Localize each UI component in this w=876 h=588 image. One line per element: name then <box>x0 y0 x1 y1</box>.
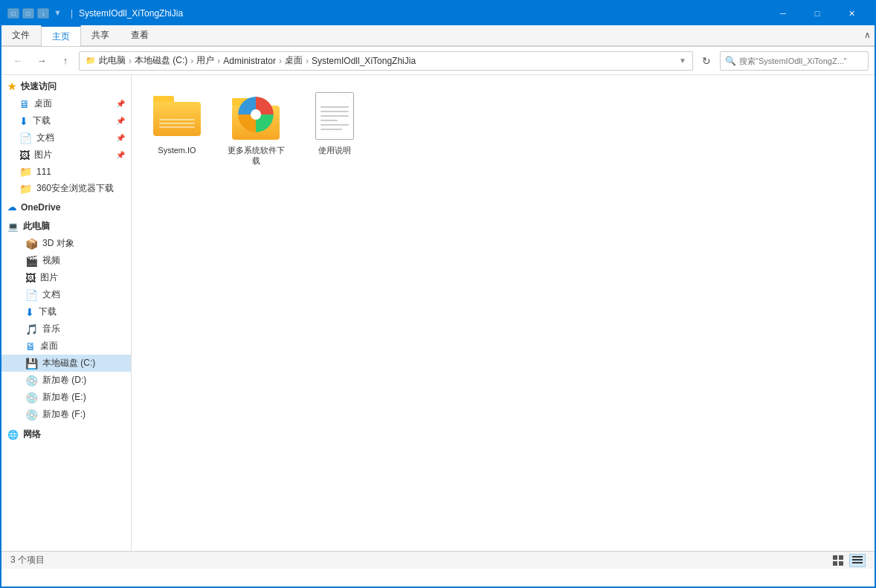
window-title: SystemIOdll_XiTongZhiJia <box>79 8 766 19</box>
breadcrumb-desktop[interactable]: 桌面 <box>285 54 303 67</box>
music-icon: 🎵 <box>25 323 38 335</box>
svg-rect-7 <box>852 562 863 563</box>
desktop-pc-icon: 🖥 <box>25 340 36 352</box>
pin-icon-2: 📌 <box>116 117 125 125</box>
forward-button[interactable]: → <box>31 51 52 71</box>
pictures-pc-icon: 🖼 <box>25 272 36 284</box>
systemio-label: System.IO <box>158 145 196 155</box>
sidebar-item-music[interactable]: 🎵 音乐 <box>1 320 131 337</box>
quick-access-header[interactable]: ★ 快速访问 <box>1 78 131 95</box>
sidebar-item-downloads[interactable]: ⬇ 下载 📌 <box>1 112 131 129</box>
folder-icon-small: 📁 <box>86 56 96 65</box>
breadcrumb-administrator[interactable]: Administrator <box>223 56 276 66</box>
grid-view-icon <box>833 555 843 566</box>
sidebar-item-video[interactable]: 🎬 视频 <box>1 252 131 269</box>
quick-access-section: ★ 快速访问 🖥 桌面 📌 ⬇ 下载 📌 📄 文档 📌 🖼 图片 � <box>1 78 131 197</box>
documents-pc-icon: 📄 <box>25 289 38 301</box>
view-grid-btn[interactable] <box>830 554 846 567</box>
file-item-systemio[interactable]: System.IO <box>144 87 210 169</box>
star-icon: ★ <box>7 81 16 92</box>
svg-rect-3 <box>833 561 837 566</box>
refresh-button[interactable]: ↻ <box>696 51 717 71</box>
manual-icon-area <box>309 90 361 142</box>
downloads-icon: ⬇ <box>19 115 28 127</box>
titlebar-separator: | <box>71 8 73 19</box>
documents-icon: 📄 <box>19 132 32 144</box>
d-drive-icon: 💿 <box>25 375 38 387</box>
main-layout: ★ 快速访问 🖥 桌面 📌 ⬇ 下载 📌 📄 文档 📌 🖼 图片 � <box>1 75 875 551</box>
c-drive-icon: 💾 <box>25 358 38 369</box>
view-list-btn[interactable] <box>849 554 866 567</box>
sidebar-item-f-drive[interactable]: 💿 新加卷 (F:) <box>1 406 131 423</box>
sidebar-item-111[interactable]: 📁 111 <box>1 164 131 180</box>
folder-icon-systemio <box>153 96 201 136</box>
e-drive-icon: 💿 <box>25 392 38 404</box>
file-item-manual[interactable]: 使用说明 <box>301 87 368 169</box>
text-file-icon <box>315 92 354 140</box>
sidebar-item-e-drive[interactable]: 💿 新加卷 (E:) <box>1 389 131 406</box>
back-button[interactable]: ← <box>7 51 28 71</box>
view-buttons <box>830 554 866 567</box>
tab-home[interactable]: 主页 <box>41 25 81 46</box>
sidebar-item-documents-label: 文档 <box>36 132 54 144</box>
sidebar-item-downloads-pc[interactable]: ⬇ 下载 <box>1 303 131 320</box>
address-bar[interactable]: 📁 此电脑 › 本地磁盘 (C:) › 用户 › Administrator ›… <box>79 51 693 71</box>
sidebar-item-documents[interactable]: 📄 文档 📌 <box>1 129 131 146</box>
tab-share[interactable]: 共享 <box>81 25 120 45</box>
sidebar-item-pictures[interactable]: 🖼 图片 📌 <box>1 146 131 164</box>
quick-access-toolbar-undo[interactable]: ↓ <box>37 8 49 19</box>
up-button[interactable]: ↑ <box>55 51 76 71</box>
sidebar-item-pictures-label: 图片 <box>34 149 52 161</box>
sidebar-item-360-label: 360安全浏览器下载 <box>36 182 114 195</box>
quick-access-toolbar-save[interactable]: □ <box>22 8 34 19</box>
close-button[interactable]: ✕ <box>834 1 869 25</box>
sidebar-item-pictures-pc[interactable]: 🖼 图片 <box>1 269 131 286</box>
sidebar-item-desktop[interactable]: 🖥 桌面 📌 <box>1 95 131 112</box>
minimize-button[interactable]: ─ <box>766 1 800 25</box>
tab-file[interactable]: 文件 <box>1 25 41 45</box>
svg-point-0 <box>251 109 261 120</box>
more-software-label: 更多系统软件下载 <box>228 145 285 167</box>
sidebar-item-desktop-pc[interactable]: 🖥 桌面 <box>1 337 131 355</box>
ribbon: 文件 主页 共享 查看 ∧ <box>1 25 875 47</box>
spinner-wheel <box>238 97 274 132</box>
file-content: System.IO <box>132 75 875 551</box>
quick-access-toolbar-new[interactable]: □ <box>7 8 19 19</box>
sidebar-item-c-drive[interactable]: 💾 本地磁盘 (C:) <box>1 355 131 372</box>
sidebar-item-f-drive-label: 新加卷 (F:) <box>42 408 86 421</box>
search-input[interactable] <box>739 56 851 65</box>
sidebar-item-d-drive[interactable]: 💿 新加卷 (D:) <box>1 372 131 389</box>
f-drive-icon: 💿 <box>25 409 38 421</box>
quick-access-label: 快速访问 <box>21 80 57 93</box>
network-header[interactable]: 🌐 网络 <box>1 426 131 443</box>
onedrive-header[interactable]: ☁ OneDrive <box>1 200 131 215</box>
more-software-icon-area <box>230 90 282 142</box>
ribbon-tabs: 文件 主页 共享 查看 ∧ <box>1 25 875 46</box>
ribbon-expand-btn[interactable]: ∧ <box>860 25 875 45</box>
downloads-pc-icon: ⬇ <box>25 306 34 318</box>
search-icon: 🔍 <box>725 56 736 66</box>
thispc-header[interactable]: 💻 此电脑 <box>1 218 131 235</box>
sidebar-item-video-label: 视频 <box>42 254 60 267</box>
tab-view[interactable]: 查看 <box>120 25 160 45</box>
sidebar-item-documents-pc[interactable]: 📄 文档 <box>1 286 131 303</box>
breadcrumb-c[interactable]: 本地磁盘 (C:) <box>135 54 187 67</box>
breadcrumb-current[interactable]: SystemIOdll_XiTongZhiJia <box>312 56 416 66</box>
more-software-folder-icon <box>232 92 280 140</box>
search-box[interactable]: 🔍 <box>720 51 869 71</box>
folder-icon-360: 📁 <box>19 183 32 195</box>
file-item-more-software[interactable]: 更多系统软件下载 <box>222 87 289 169</box>
svg-rect-4 <box>839 561 843 566</box>
sidebar-item-360[interactable]: 📁 360安全浏览器下载 <box>1 180 131 197</box>
maximize-button[interactable]: □ <box>800 1 834 25</box>
breadcrumb-users[interactable]: 用户 <box>196 54 214 67</box>
sidebar-item-3d[interactable]: 📦 3D 对象 <box>1 235 131 252</box>
titlebar-dropdown[interactable]: ▼ <box>54 8 62 19</box>
onedrive-label: OneDrive <box>21 202 60 213</box>
address-dropdown-btn[interactable]: ▼ <box>679 56 686 65</box>
network-label: 网络 <box>23 428 41 441</box>
svg-rect-1 <box>833 555 837 560</box>
breadcrumb-thispc[interactable]: 此电脑 <box>99 54 126 67</box>
titlebar: □ □ ↓ ▼ | SystemIOdll_XiTongZhiJia ─ □ ✕ <box>1 1 875 25</box>
sidebar-item-pictures-pc-label: 图片 <box>40 271 58 284</box>
